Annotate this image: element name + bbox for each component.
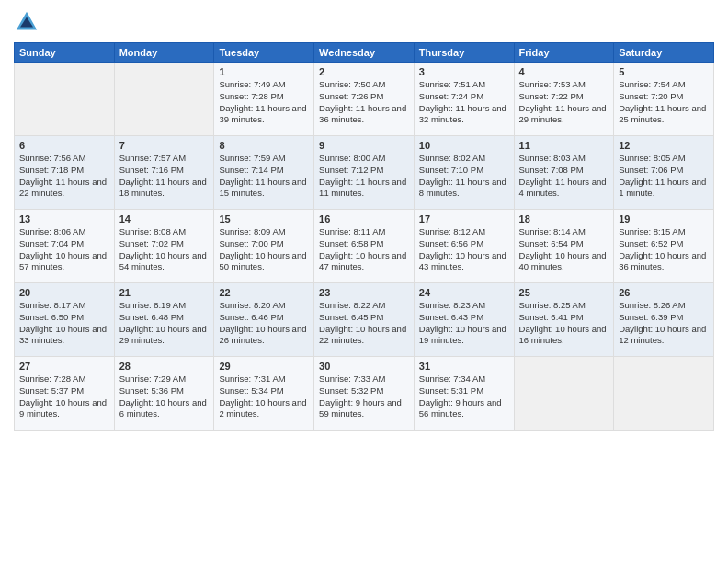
calendar-cell: 1Sunrise: 7:49 AM Sunset: 7:28 PM Daylig…: [214, 63, 314, 136]
calendar-week: 27Sunrise: 7:28 AM Sunset: 5:37 PM Dayli…: [15, 357, 714, 431]
calendar-cell: 4Sunrise: 7:53 AM Sunset: 7:22 PM Daylig…: [514, 63, 614, 136]
cell-content: Sunrise: 7:31 AM Sunset: 5:34 PM Dayligh…: [219, 373, 309, 420]
calendar-cell: 2Sunrise: 7:50 AM Sunset: 7:26 PM Daylig…: [314, 63, 415, 136]
cell-content: Sunrise: 8:17 AM Sunset: 6:50 PM Dayligh…: [19, 300, 109, 347]
day-number: 8: [219, 140, 309, 151]
day-number: 14: [119, 213, 210, 224]
cell-content: Sunrise: 7:53 AM Sunset: 7:22 PM Dayligh…: [519, 79, 609, 126]
day-number: 29: [219, 361, 309, 372]
calendar-cell: 8Sunrise: 7:59 AM Sunset: 7:14 PM Daylig…: [214, 136, 314, 210]
calendar-body: 1Sunrise: 7:49 AM Sunset: 7:28 PM Daylig…: [15, 63, 714, 431]
calendar-cell: 9Sunrise: 8:00 AM Sunset: 7:12 PM Daylig…: [314, 136, 415, 210]
day-number: 17: [419, 213, 509, 224]
calendar-cell: 10Sunrise: 8:02 AM Sunset: 7:10 PM Dayli…: [414, 136, 514, 210]
calendar-cell: 16Sunrise: 8:11 AM Sunset: 6:58 PM Dayli…: [314, 210, 415, 283]
cell-content: Sunrise: 8:05 AM Sunset: 7:06 PM Dayligh…: [619, 153, 709, 200]
weekday-header: Saturday: [614, 43, 714, 63]
cell-content: Sunrise: 7:33 AM Sunset: 5:32 PM Dayligh…: [319, 373, 409, 420]
day-number: 21: [119, 287, 210, 298]
day-number: 2: [319, 66, 409, 77]
cell-content: Sunrise: 8:22 AM Sunset: 6:45 PM Dayligh…: [319, 300, 409, 347]
calendar-cell: 15Sunrise: 8:09 AM Sunset: 7:00 PM Dayli…: [214, 210, 314, 283]
logo: [14, 9, 41, 35]
day-number: 12: [619, 140, 709, 151]
weekday-header: Wednesday: [314, 43, 415, 63]
calendar-header: SundayMondayTuesdayWednesdayThursdayFrid…: [15, 43, 714, 63]
day-number: 23: [319, 287, 409, 298]
calendar-cell: [614, 357, 714, 431]
day-number: 9: [319, 140, 409, 151]
calendar-week: 6Sunrise: 7:56 AM Sunset: 7:18 PM Daylig…: [15, 136, 714, 210]
calendar-cell: 21Sunrise: 8:19 AM Sunset: 6:48 PM Dayli…: [114, 283, 214, 357]
calendar-cell: 3Sunrise: 7:51 AM Sunset: 7:24 PM Daylig…: [414, 63, 514, 136]
weekday-header: Monday: [114, 43, 214, 63]
weekday-header: Tuesday: [214, 43, 314, 63]
day-number: 31: [419, 361, 509, 372]
day-number: 7: [119, 140, 210, 151]
calendar-cell: 14Sunrise: 8:08 AM Sunset: 7:02 PM Dayli…: [114, 210, 214, 283]
day-number: 4: [519, 66, 609, 77]
calendar-cell: 20Sunrise: 8:17 AM Sunset: 6:50 PM Dayli…: [15, 283, 115, 357]
cell-content: Sunrise: 8:19 AM Sunset: 6:48 PM Dayligh…: [119, 300, 210, 347]
calendar-cell: 31Sunrise: 7:34 AM Sunset: 5:31 PM Dayli…: [414, 357, 514, 431]
calendar-cell: 17Sunrise: 8:12 AM Sunset: 6:56 PM Dayli…: [414, 210, 514, 283]
day-number: 30: [319, 361, 409, 372]
cell-content: Sunrise: 8:08 AM Sunset: 7:02 PM Dayligh…: [119, 226, 210, 273]
calendar-cell: 7Sunrise: 7:57 AM Sunset: 7:16 PM Daylig…: [114, 136, 214, 210]
calendar-table: SundayMondayTuesdayWednesdayThursdayFrid…: [14, 42, 714, 431]
calendar-cell: 18Sunrise: 8:14 AM Sunset: 6:54 PM Dayli…: [514, 210, 614, 283]
logo-icon: [14, 9, 40, 35]
cell-content: Sunrise: 7:57 AM Sunset: 7:16 PM Dayligh…: [119, 153, 210, 200]
day-number: 16: [319, 213, 409, 224]
day-number: 24: [419, 287, 509, 298]
calendar-cell: 26Sunrise: 8:26 AM Sunset: 6:39 PM Dayli…: [614, 283, 714, 357]
calendar-cell: 28Sunrise: 7:29 AM Sunset: 5:36 PM Dayli…: [114, 357, 214, 431]
calendar-cell: 6Sunrise: 7:56 AM Sunset: 7:18 PM Daylig…: [15, 136, 115, 210]
cell-content: Sunrise: 8:15 AM Sunset: 6:52 PM Dayligh…: [619, 226, 709, 273]
header: [14, 9, 714, 35]
cell-content: Sunrise: 8:02 AM Sunset: 7:10 PM Dayligh…: [419, 153, 509, 200]
weekday-header: Friday: [514, 43, 614, 63]
day-number: 22: [219, 287, 309, 298]
day-number: 6: [19, 140, 109, 151]
cell-content: Sunrise: 8:09 AM Sunset: 7:00 PM Dayligh…: [219, 226, 309, 273]
cell-content: Sunrise: 8:25 AM Sunset: 6:41 PM Dayligh…: [519, 300, 609, 347]
cell-content: Sunrise: 7:50 AM Sunset: 7:26 PM Dayligh…: [319, 79, 409, 126]
cell-content: Sunrise: 8:14 AM Sunset: 6:54 PM Dayligh…: [519, 226, 609, 273]
calendar-cell: [514, 357, 614, 431]
calendar-cell: 13Sunrise: 8:06 AM Sunset: 7:04 PM Dayli…: [15, 210, 115, 283]
calendar-week: 20Sunrise: 8:17 AM Sunset: 6:50 PM Dayli…: [15, 283, 714, 357]
page: SundayMondayTuesdayWednesdayThursdayFrid…: [0, 0, 728, 563]
cell-content: Sunrise: 8:26 AM Sunset: 6:39 PM Dayligh…: [619, 300, 709, 347]
cell-content: Sunrise: 8:11 AM Sunset: 6:58 PM Dayligh…: [319, 226, 409, 273]
calendar-cell: 24Sunrise: 8:23 AM Sunset: 6:43 PM Dayli…: [414, 283, 514, 357]
calendar-cell: 29Sunrise: 7:31 AM Sunset: 5:34 PM Dayli…: [214, 357, 314, 431]
cell-content: Sunrise: 7:59 AM Sunset: 7:14 PM Dayligh…: [219, 153, 309, 200]
cell-content: Sunrise: 8:20 AM Sunset: 6:46 PM Dayligh…: [219, 300, 309, 347]
day-number: 19: [619, 213, 709, 224]
day-number: 13: [19, 213, 109, 224]
day-number: 28: [119, 361, 210, 372]
day-number: 18: [519, 213, 609, 224]
day-number: 15: [219, 213, 309, 224]
calendar-cell: [114, 63, 214, 136]
day-number: 26: [619, 287, 709, 298]
cell-content: Sunrise: 7:34 AM Sunset: 5:31 PM Dayligh…: [419, 373, 509, 420]
calendar-cell: 19Sunrise: 8:15 AM Sunset: 6:52 PM Dayli…: [614, 210, 714, 283]
day-number: 3: [419, 66, 509, 77]
calendar-cell: 30Sunrise: 7:33 AM Sunset: 5:32 PM Dayli…: [314, 357, 415, 431]
calendar-cell: 12Sunrise: 8:05 AM Sunset: 7:06 PM Dayli…: [614, 136, 714, 210]
cell-content: Sunrise: 8:00 AM Sunset: 7:12 PM Dayligh…: [319, 153, 409, 200]
cell-content: Sunrise: 8:23 AM Sunset: 6:43 PM Dayligh…: [419, 300, 509, 347]
cell-content: Sunrise: 7:49 AM Sunset: 7:28 PM Dayligh…: [219, 79, 309, 126]
weekday-header: Sunday: [15, 43, 115, 63]
cell-content: Sunrise: 7:28 AM Sunset: 5:37 PM Dayligh…: [19, 373, 109, 420]
day-number: 10: [419, 140, 509, 151]
calendar-week: 1Sunrise: 7:49 AM Sunset: 7:28 PM Daylig…: [15, 63, 714, 136]
day-number: 20: [19, 287, 109, 298]
calendar-cell: 25Sunrise: 8:25 AM Sunset: 6:41 PM Dayli…: [514, 283, 614, 357]
day-number: 1: [219, 66, 309, 77]
cell-content: Sunrise: 7:51 AM Sunset: 7:24 PM Dayligh…: [419, 79, 509, 126]
cell-content: Sunrise: 8:12 AM Sunset: 6:56 PM Dayligh…: [419, 226, 509, 273]
cell-content: Sunrise: 7:29 AM Sunset: 5:36 PM Dayligh…: [119, 373, 210, 420]
